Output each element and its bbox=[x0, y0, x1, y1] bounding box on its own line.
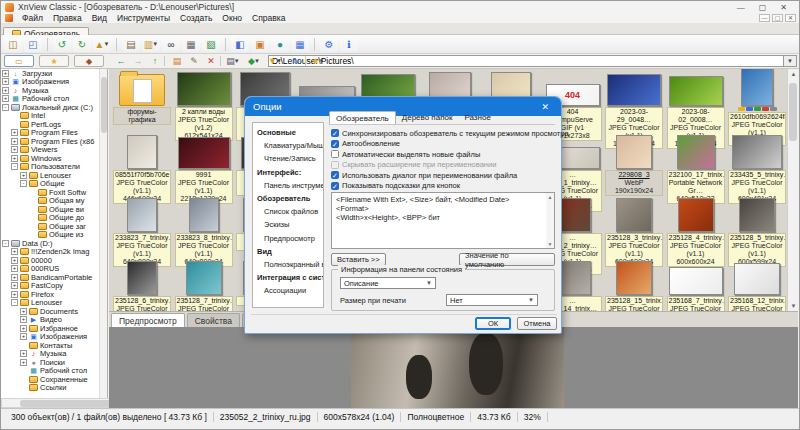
tree-item[interactable]: Ссылки bbox=[1, 384, 107, 393]
tree-toggle[interactable]: + bbox=[11, 155, 18, 162]
minimize-button[interactable]: — bbox=[737, 3, 745, 12]
preview-tab-свойства[interactable]: Свойства bbox=[187, 313, 240, 327]
tree-item[interactable]: -Lenouser bbox=[1, 299, 107, 308]
file-thumbnail[interactable]: 233823_8_trinixy…JPEG TrueColor (v1.1)64… bbox=[175, 197, 233, 267]
tree-item[interactable]: Intel bbox=[1, 112, 107, 121]
tree-scrollbar-thumb[interactable] bbox=[101, 77, 107, 133]
back-icon[interactable]: ← bbox=[113, 55, 129, 67]
dialog-category-item[interactable]: Список файлов bbox=[257, 205, 323, 218]
rotate-left-icon[interactable]: ↺ bbox=[53, 36, 71, 52]
settings-icon[interactable]: ⚙ bbox=[320, 36, 338, 52]
tree-toggle[interactable]: + bbox=[2, 70, 9, 77]
tree-item[interactable]: PerfLogs bbox=[1, 120, 107, 129]
mdi-close-button[interactable]: ✕ bbox=[785, 14, 796, 22]
tree-item[interactable]: +Windows bbox=[1, 154, 107, 163]
menu-item[interactable]: Файл bbox=[17, 13, 48, 23]
tree-toggle[interactable]: - bbox=[11, 163, 18, 170]
folder-item[interactable]: форумы-графика bbox=[113, 71, 171, 125]
convert-icon[interactable]: ▧ bbox=[202, 36, 220, 52]
tree-toggle[interactable]: + bbox=[11, 248, 18, 255]
thumbnail-scrollbar[interactable]: ▲ ▼ bbox=[787, 69, 798, 311]
tree-item[interactable]: +●Поиски bbox=[1, 358, 107, 367]
tree-toggle[interactable]: - bbox=[2, 240, 9, 247]
tree-toggle[interactable]: - bbox=[2, 104, 9, 111]
file-thumbnail[interactable]: 2 капли водыJPEG TrueColor (v1.2)612x541… bbox=[175, 71, 233, 141]
dialog-tab[interactable]: Обозреватель bbox=[329, 111, 396, 124]
panel-favorites-button[interactable]: ★ bbox=[39, 55, 69, 67]
tree-item[interactable]: +▶Видео bbox=[1, 316, 107, 325]
tree-item[interactable]: -Пользователи bbox=[1, 163, 107, 172]
cancel-button[interactable]: Отмена bbox=[517, 317, 557, 330]
menu-item[interactable]: Вид bbox=[87, 13, 112, 23]
status-template-textarea[interactable]: <Filename With Ext>, <Size> байт, <Modif… bbox=[331, 192, 555, 249]
tree-item[interactable]: +♪Музыка bbox=[1, 86, 107, 95]
dialog-category-item[interactable]: Предпросмотр bbox=[257, 232, 323, 245]
new-folder-icon[interactable]: ▤ bbox=[169, 55, 185, 67]
dialog-category-item[interactable]: Интеграция с системой bbox=[257, 271, 323, 284]
address-dropdown-icon[interactable]: ▼ bbox=[784, 55, 797, 67]
dialog-category-item[interactable]: Чтение/Запись bbox=[257, 152, 323, 165]
tree-item[interactable]: Общие ви bbox=[1, 205, 107, 214]
menu-item[interactable]: Создать bbox=[175, 13, 217, 23]
tree-toggle[interactable]: - bbox=[11, 299, 18, 306]
filter-icon[interactable]: ▼▼ bbox=[267, 55, 283, 67]
dialog-category-item[interactable]: Панель инструментов bbox=[257, 179, 323, 192]
forward-icon[interactable]: → bbox=[130, 55, 146, 67]
scroll-up-icon[interactable]: ▲ bbox=[788, 69, 799, 79]
tree-item[interactable]: +000RUS bbox=[1, 265, 107, 274]
tree-toggle[interactable]: + bbox=[20, 308, 27, 315]
fullscreen-icon[interactable]: ◰ bbox=[24, 36, 42, 52]
up-icon[interactable]: ↑ bbox=[147, 55, 163, 67]
refresh-icon[interactable]: ↻ bbox=[288, 55, 304, 67]
tree-item[interactable]: Общие заг bbox=[1, 222, 107, 231]
print-size-combobox[interactable]: Нет ▼ bbox=[446, 294, 538, 306]
tree-item[interactable]: +Program Files bbox=[1, 129, 107, 138]
copy-icon[interactable]: ▤ bbox=[122, 36, 140, 52]
tree-toggle[interactable]: + bbox=[11, 257, 18, 264]
tree-toggle[interactable]: + bbox=[11, 282, 18, 289]
tree-item[interactable]: +!!!Zenden2k Imag bbox=[1, 248, 107, 257]
grid-view-icon[interactable]: ▦ bbox=[291, 36, 309, 52]
menu-item[interactable]: Окно bbox=[217, 13, 247, 23]
tree-toggle[interactable]: + bbox=[20, 333, 27, 340]
folder-up-icon[interactable]: ▲▼ bbox=[93, 36, 111, 52]
thumbnail-scrollbar-thumb[interactable] bbox=[789, 83, 797, 141]
checkbox[interactable] bbox=[331, 150, 339, 158]
browser-mode-icon[interactable]: ◫ bbox=[4, 36, 22, 52]
favorites-icon[interactable]: ★▼ bbox=[310, 55, 326, 67]
tree-item[interactable]: -Общие bbox=[1, 180, 107, 189]
tree-scrollbar[interactable] bbox=[99, 69, 107, 398]
ok-button[interactable]: ОК bbox=[475, 317, 511, 330]
checkbox[interactable]: ✓ bbox=[331, 171, 339, 179]
tree-toggle[interactable]: + bbox=[11, 129, 18, 136]
tree-item[interactable]: +Lenouser bbox=[1, 171, 107, 180]
tree-toggle[interactable]: + bbox=[20, 325, 27, 332]
tree-toggle[interactable]: + bbox=[20, 350, 27, 357]
tree-toggle[interactable]: + bbox=[11, 291, 18, 298]
dialog-category-item[interactable]: Вид bbox=[257, 245, 323, 258]
default-value-button[interactable]: Значение по умолчанию bbox=[459, 253, 555, 266]
tree-toggle[interactable]: + bbox=[11, 265, 18, 272]
file-thumbnail[interactable]: 232100_17_trinix…Portable Network Gr…640… bbox=[667, 134, 725, 204]
tree-toggle[interactable]: + bbox=[11, 146, 18, 153]
menu-item[interactable]: Инструменты bbox=[112, 13, 175, 23]
tree-toggle[interactable]: + bbox=[20, 316, 27, 323]
dialog-category-item[interactable]: Интерфейс: bbox=[257, 166, 323, 179]
tree-item[interactable]: Общие до bbox=[1, 214, 107, 223]
tree-item[interactable]: +00000 bbox=[1, 256, 107, 265]
print-icon[interactable]: ▦ bbox=[182, 36, 200, 52]
file-thumbnail[interactable]: 9991JPEG TrueColor (v1.1)2218x1330x24 bbox=[175, 134, 233, 204]
tree-item[interactable]: +♪Музыка bbox=[1, 350, 107, 359]
tree-item[interactable]: +Избранное bbox=[1, 324, 107, 333]
tree-toggle[interactable]: + bbox=[2, 78, 9, 85]
tree-item[interactable]: +Viewers bbox=[1, 146, 107, 155]
file-thumbnail[interactable]: 235128_15_trinix…JPEG TrueColor (v1.1) bbox=[605, 260, 663, 311]
file-thumbnail[interactable]: 235128_5_trinixy…JPEG TrueColor (v1.1)60… bbox=[728, 197, 786, 267]
scroll-down-icon[interactable]: ▼ bbox=[788, 301, 799, 311]
dialog-close-icon[interactable]: ✕ bbox=[537, 102, 553, 112]
tree-item[interactable]: +BandicamPortable bbox=[1, 273, 107, 282]
slideshow-icon[interactable]: ▣ bbox=[251, 36, 269, 52]
tree-item[interactable]: +↓Загрузки bbox=[1, 69, 107, 78]
tree-item[interactable]: Сохраненные bbox=[1, 375, 107, 384]
dialog-category-item[interactable]: Ассоциации bbox=[257, 284, 323, 297]
